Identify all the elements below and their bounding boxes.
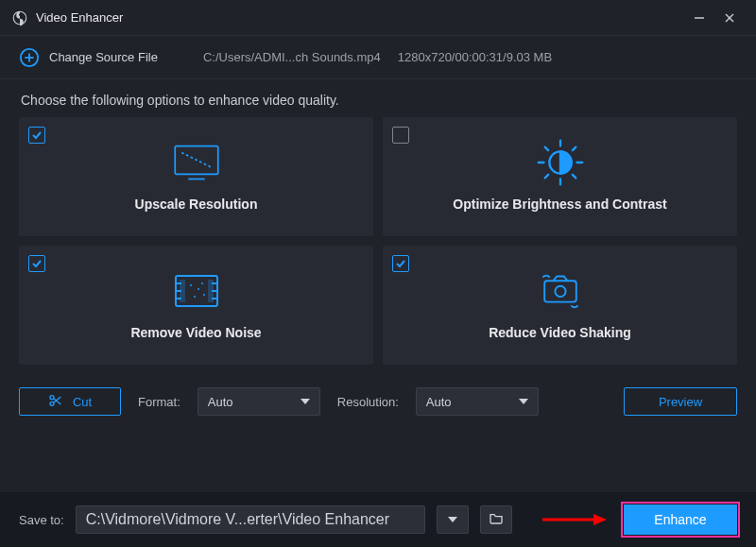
footer: Save to: C:\Vidmore\Vidmore V...erter\Vi… — [0, 492, 756, 547]
app-icon — [11, 9, 28, 26]
caret-down-icon — [519, 399, 528, 404]
card-label: Reduce Video Shaking — [489, 325, 631, 340]
format-value: Auto — [208, 395, 233, 409]
check-icon — [31, 129, 43, 141]
svg-line-18 — [544, 175, 548, 179]
format-label: Format: — [138, 395, 180, 409]
checkbox-optimize[interactable] — [392, 127, 409, 144]
svg-point-31 — [194, 296, 196, 298]
checkbox-shaking[interactable] — [392, 255, 409, 272]
svg-rect-34 — [544, 281, 576, 301]
svg-line-17 — [572, 175, 576, 179]
svg-point-35 — [555, 285, 565, 296]
option-cards: Upscale Resolution Optimize Brightness a… — [0, 117, 756, 365]
change-source-button[interactable]: Change Source File — [19, 47, 158, 68]
card-label: Optimize Brightness and Contrast — [453, 197, 666, 212]
card-label: Remove Video Noise — [130, 325, 261, 340]
close-button[interactable] — [714, 3, 745, 33]
minimize-button[interactable] — [684, 3, 714, 33]
plus-circle-icon — [19, 47, 40, 68]
title-bar: Video Enhancer — [0, 0, 756, 36]
enhance-label: Enhance — [654, 512, 706, 527]
svg-point-32 — [201, 282, 203, 284]
preview-label: Preview — [659, 395, 702, 409]
checkbox-upscale[interactable] — [28, 127, 45, 144]
film-noise-icon — [170, 270, 223, 312]
checkbox-noise[interactable] — [28, 255, 45, 272]
change-source-label: Change Source File — [49, 50, 158, 64]
monitor-icon — [170, 142, 223, 183]
format-dropdown[interactable]: Auto — [198, 387, 320, 416]
svg-point-30 — [198, 288, 199, 290]
caret-down-icon — [448, 517, 457, 522]
enhance-button[interactable]: Enhance — [624, 504, 737, 535]
cut-label: Cut — [73, 395, 92, 409]
svg-point-29 — [190, 284, 192, 286]
instruction-text: Choose the following options to enhance … — [0, 79, 756, 117]
card-label: Upscale Resolution — [135, 197, 258, 212]
source-meta: 1280x720/00:00:31/9.03 MB — [398, 50, 552, 64]
resolution-label: Resolution: — [337, 395, 399, 409]
check-icon — [31, 258, 43, 269]
scissors-icon — [48, 393, 63, 411]
camera-shake-icon — [534, 270, 587, 312]
svg-point-33 — [203, 294, 205, 296]
caret-down-icon — [301, 399, 310, 404]
resolution-value: Auto — [426, 395, 452, 409]
save-to-label: Save to: — [19, 513, 64, 527]
annotation-arrow — [541, 512, 607, 527]
preview-button[interactable]: Preview — [624, 387, 737, 416]
save-path-field[interactable]: C:\Vidmore\Vidmore V...erter\Video Enhan… — [76, 505, 425, 534]
tool-row: Cut Format: Auto Resolution: Auto Previe… — [0, 365, 756, 433]
svg-marker-41 — [593, 514, 607, 525]
svg-line-19 — [572, 147, 576, 151]
card-upscale-resolution[interactable]: Upscale Resolution — [19, 117, 373, 236]
save-path-dropdown-button[interactable] — [437, 505, 469, 534]
card-remove-noise[interactable]: Remove Video Noise — [19, 246, 373, 365]
browse-folder-button[interactable] — [480, 505, 512, 534]
save-path-value: C:\Vidmore\Vidmore V...erter\Video Enhan… — [86, 511, 389, 528]
resolution-dropdown[interactable]: Auto — [416, 387, 539, 416]
folder-icon — [489, 511, 504, 528]
brightness-icon — [534, 142, 587, 183]
svg-point-1 — [19, 13, 21, 15]
card-reduce-shaking[interactable]: Reduce Video Shaking — [383, 246, 737, 365]
check-icon — [395, 258, 406, 269]
svg-line-9 — [181, 153, 212, 168]
source-bar: Change Source File C:/Users/ADMI...ch So… — [0, 36, 756, 79]
cut-button[interactable]: Cut — [19, 387, 121, 416]
card-optimize-brightness[interactable]: Optimize Brightness and Contrast — [383, 117, 737, 236]
source-path: C:/Users/ADMI...ch Sounds.mp4 — [203, 50, 381, 64]
window-title: Video Enhancer — [36, 10, 123, 25]
svg-line-16 — [544, 147, 548, 151]
